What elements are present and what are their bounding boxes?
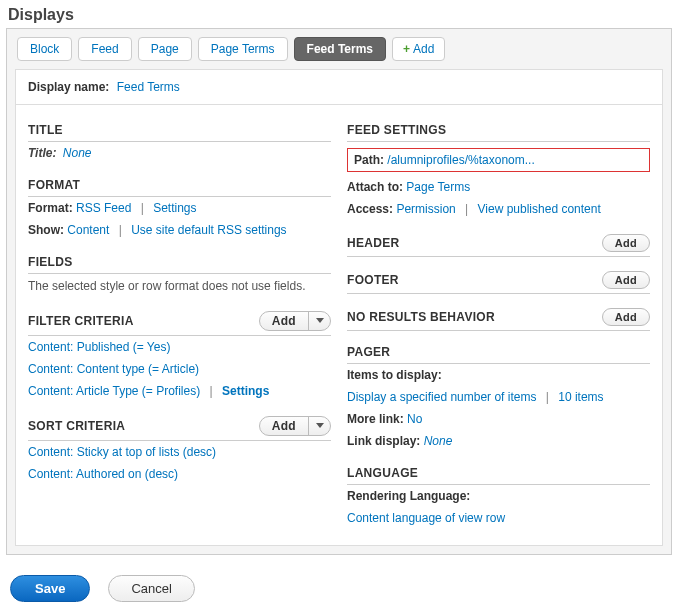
path-value[interactable]: /alumniprofiles/%taxonom... — [387, 153, 534, 167]
tab-page[interactable]: Page — [138, 37, 192, 61]
section-fields: FIELDS — [28, 249, 331, 274]
format-label: Format: — [28, 201, 73, 215]
section-sort: SORT CRITERIA Add — [28, 410, 331, 441]
plus-icon: + — [403, 42, 410, 56]
section-footer: FOOTER Add — [347, 265, 650, 294]
access-label: Access: — [347, 202, 393, 216]
filter-heading: FILTER CRITERIA — [28, 314, 134, 328]
format-value[interactable]: RSS Feed — [76, 201, 131, 215]
page-title: Displays — [0, 0, 678, 28]
link-display-value[interactable]: None — [424, 434, 453, 448]
section-format: FORMAT — [28, 172, 331, 197]
path-box: Path: /alumniprofiles/%taxonom... — [347, 148, 650, 172]
sort-add-button[interactable]: Add — [260, 417, 308, 435]
sort-item[interactable]: Content: Authored on (desc) — [28, 467, 178, 481]
sort-add-dropdown[interactable] — [308, 417, 330, 435]
tab-page-terms[interactable]: Page Terms — [198, 37, 288, 61]
items-count[interactable]: 10 items — [558, 390, 603, 404]
display-name-value[interactable]: Feed Terms — [117, 80, 180, 94]
access-value[interactable]: Permission — [396, 202, 455, 216]
attach-value[interactable]: Page Terms — [406, 180, 470, 194]
items-value[interactable]: Display a specified number of items — [347, 390, 536, 404]
nrb-add-button[interactable]: Add — [602, 308, 650, 326]
right-column: FEED SETTINGS Path: /alumniprofiles/%tax… — [347, 117, 650, 529]
display-settings: Display name: Feed Terms TITLE Title: No… — [15, 69, 663, 546]
chevron-down-icon — [316, 423, 324, 428]
display-name-label: Display name: — [28, 80, 109, 94]
display-tabs: Block Feed Page Page Terms Feed Terms +A… — [7, 29, 671, 69]
left-column: TITLE Title: None FORMAT Format: RSS Fee… — [28, 117, 331, 529]
cancel-button[interactable]: Cancel — [108, 575, 194, 602]
link-display-label: Link display: — [347, 434, 420, 448]
access-detail[interactable]: View published content — [478, 202, 601, 216]
nrb-heading: NO RESULTS BEHAVIOR — [347, 310, 495, 324]
tab-feed-terms[interactable]: Feed Terms — [294, 37, 386, 61]
more-label: More link: — [347, 412, 404, 426]
title-label: Title: — [28, 146, 56, 160]
filter-add-dropdown[interactable] — [308, 312, 330, 330]
rendering-language-label: Rendering Language: — [347, 489, 470, 503]
header-heading: HEADER — [347, 236, 399, 250]
format-settings-link[interactable]: Settings — [153, 201, 196, 215]
sort-heading: SORT CRITERIA — [28, 419, 125, 433]
action-bar: Save Cancel — [0, 567, 678, 603]
filter-item[interactable]: Content: Article Type (= Profiles) — [28, 384, 200, 398]
section-header: HEADER Add — [347, 228, 650, 257]
more-value[interactable]: No — [407, 412, 422, 426]
show-label: Show: — [28, 223, 64, 237]
footer-add-button[interactable]: Add — [602, 271, 650, 289]
show-settings-link[interactable]: Use site default RSS settings — [131, 223, 286, 237]
title-value[interactable]: None — [63, 146, 92, 160]
filter-add-button[interactable]: Add — [260, 312, 308, 330]
save-button[interactable]: Save — [10, 575, 90, 602]
sort-item[interactable]: Content: Sticky at top of lists (desc) — [28, 445, 216, 459]
items-label: Items to display: — [347, 368, 442, 382]
section-language: LANGUAGE — [347, 460, 650, 485]
section-feed-settings: FEED SETTINGS — [347, 117, 650, 142]
filter-item[interactable]: Content: Content type (= Article) — [28, 362, 199, 376]
filter-item[interactable]: Content: Published (= Yes) — [28, 340, 170, 354]
fields-note: The selected style or row format does no… — [28, 274, 331, 297]
displays-panel: Block Feed Page Page Terms Feed Terms +A… — [6, 28, 672, 555]
chevron-down-icon — [316, 318, 324, 323]
footer-heading: FOOTER — [347, 273, 399, 287]
tab-add[interactable]: +Add — [392, 37, 445, 61]
rendering-language-value[interactable]: Content language of view row — [347, 511, 505, 525]
display-name-row: Display name: Feed Terms — [16, 70, 662, 105]
attach-label: Attach to: — [347, 180, 403, 194]
show-value[interactable]: Content — [67, 223, 109, 237]
section-title: TITLE — [28, 117, 331, 142]
filter-item-settings[interactable]: Settings — [222, 384, 269, 398]
section-filter: FILTER CRITERIA Add — [28, 305, 331, 336]
sort-add-split: Add — [259, 416, 331, 436]
section-pager: PAGER — [347, 339, 650, 364]
section-no-results: NO RESULTS BEHAVIOR Add — [347, 302, 650, 331]
tab-add-label: Add — [413, 42, 434, 56]
path-label: Path: — [354, 153, 384, 167]
tab-block[interactable]: Block — [17, 37, 72, 61]
header-add-button[interactable]: Add — [602, 234, 650, 252]
tab-feed[interactable]: Feed — [78, 37, 131, 61]
filter-add-split: Add — [259, 311, 331, 331]
